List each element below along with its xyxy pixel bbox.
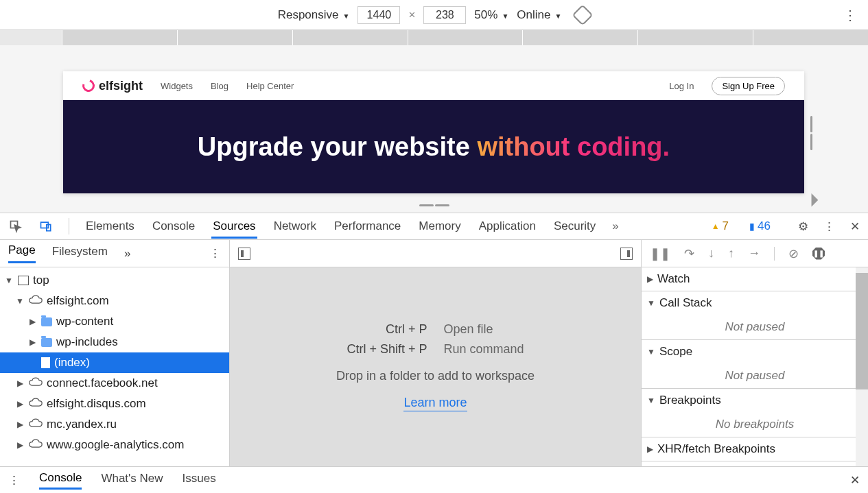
resize-handle-right[interactable] (810, 114, 816, 152)
step-over-icon[interactable]: ↷ (684, 246, 694, 261)
drawer-tab-whatsnew[interactable]: What's New (101, 472, 163, 488)
tab-application[interactable]: Application (478, 214, 537, 239)
tree-domain-facebook[interactable]: ▶connect.facebook.net (0, 373, 229, 394)
shortcut-open-file-key: Ctrl + P (304, 322, 427, 337)
throttle-select[interactable]: Online (517, 8, 561, 22)
signup-button[interactable]: Sign Up Free (712, 77, 785, 95)
nav-widgets[interactable]: Widgets (161, 81, 193, 91)
step-icon[interactable]: → (748, 246, 760, 261)
document-icon (41, 357, 50, 368)
learn-more-link[interactable]: Learn more (403, 396, 467, 411)
nav-menu-icon[interactable]: ⋮ (209, 246, 221, 261)
cloud-icon (29, 294, 43, 308)
hero-section: Upgrade your website without coding. (63, 100, 804, 193)
device-toggle-icon[interactable] (38, 219, 54, 234)
pane-watch[interactable]: ▶Watch (642, 267, 868, 291)
page-preview[interactable]: elfsight Widgets Blog Help Center Log In… (63, 71, 804, 193)
device-menu-icon[interactable]: ⋮ (843, 7, 857, 23)
rotate-icon[interactable] (572, 4, 594, 25)
tree-top-frame[interactable]: ▼top (0, 270, 229, 291)
drop-hint: Drop in a folder to add to workspace (336, 369, 535, 383)
frame-icon (18, 276, 29, 285)
tab-sources[interactable]: Sources (211, 214, 257, 239)
tab-memory[interactable]: Memory (417, 214, 462, 239)
rendered-viewport: elfsight Widgets Blog Help Center Log In… (0, 45, 868, 213)
folder-icon (41, 338, 52, 347)
nav-tab-page[interactable]: Page (8, 243, 36, 263)
resize-handle-bottom[interactable] (419, 204, 449, 208)
device-toolbar: Responsive × 50% Online ⋮ (0, 0, 868, 30)
editor-panel: Ctrl + P Open file Ctrl + Shift + P Run … (230, 240, 642, 466)
scope-empty: Not paused (642, 363, 868, 388)
nav-help[interactable]: Help Center (246, 81, 294, 91)
close-devtools-icon[interactable]: ✕ (850, 219, 860, 234)
tab-console[interactable]: Console (151, 214, 196, 239)
resize-handle-corner[interactable]: ◢ (802, 191, 819, 208)
pause-icon[interactable]: ❚❚ (650, 246, 670, 261)
cloud-icon (29, 397, 43, 411)
pane-xhr-breakpoints[interactable]: ▶XHR/fetch Breakpoints (642, 437, 868, 461)
logo-text: elfsight (99, 79, 143, 93)
tree-domain-ga[interactable]: ▶www.google-analytics.com (0, 435, 229, 455)
login-link[interactable]: Log In (669, 81, 694, 91)
toggle-debugger-icon[interactable] (620, 248, 633, 260)
pause-on-exceptions-icon[interactable]: ❚❚ (812, 248, 825, 260)
tree-domain-elfsight[interactable]: ▼elfsight.com (0, 291, 229, 311)
warnings-badge[interactable]: 7 (712, 219, 729, 233)
tree-file-index[interactable]: ▶(index) (0, 352, 229, 373)
tab-security[interactable]: Security (552, 214, 597, 239)
debugger-panel: ❚❚ ↷ ↓ ↑ → ⊘ ❚❚ ▶Watch ▼Call Stack Not p… (642, 240, 868, 466)
sources-navigator: Page Filesystem » ⋮ ▼top ▼elfsight.com ▶… (0, 240, 230, 466)
breakpoints-empty: No breakpoints (642, 412, 868, 437)
drawer: ⋮ Console What's New Issues ✕ (0, 467, 868, 493)
toggle-navigator-icon[interactable] (238, 248, 250, 260)
ruler (0, 30, 868, 45)
devtools-tabbar: Elements Console Sources Network Perform… (0, 213, 868, 240)
viewport-height-input[interactable] (423, 6, 466, 24)
scrollbar-thumb[interactable] (856, 273, 868, 389)
tab-elements[interactable]: Elements (84, 214, 136, 239)
pane-scope[interactable]: ▼Scope Not paused (642, 340, 868, 389)
settings-icon[interactable]: ⚙ (798, 219, 808, 234)
tree-folder-wpincludes[interactable]: ▶wp-includes (0, 332, 229, 352)
scrollbar[interactable] (856, 267, 868, 466)
drawer-close-icon[interactable]: ✕ (850, 473, 860, 488)
info-badge[interactable]: 46 (749, 219, 771, 233)
site-logo[interactable]: elfsight (82, 79, 143, 93)
tree-domain-disqus[interactable]: ▶elfsight.disqus.com (0, 394, 229, 414)
logo-icon (80, 77, 97, 95)
pane-breakpoints[interactable]: ▼Breakpoints No breakpoints (642, 389, 868, 437)
tab-network[interactable]: Network (272, 214, 318, 239)
zoom-select[interactable]: 50% (474, 8, 508, 22)
drawer-tab-issues[interactable]: Issues (183, 472, 216, 488)
cloud-icon (29, 418, 43, 431)
file-tree: ▼top ▼elfsight.com ▶wp-content ▶wp-inclu… (0, 267, 229, 466)
viewport-width-input[interactable] (357, 6, 400, 24)
shortcut-open-file-label: Open file (444, 322, 567, 337)
folder-icon (41, 317, 52, 326)
nav-tab-filesystem[interactable]: Filesystem (52, 245, 108, 263)
page-header: elfsight Widgets Blog Help Center Log In… (63, 71, 804, 100)
tab-performance[interactable]: Performance (333, 214, 402, 239)
pane-callstack[interactable]: ▼Call Stack Not paused (642, 291, 868, 340)
drawer-menu-icon[interactable]: ⋮ (8, 473, 20, 488)
more-tabs-icon[interactable]: » (612, 219, 618, 233)
step-out-icon[interactable]: ↑ (728, 246, 734, 261)
cloud-icon (29, 438, 43, 452)
dimension-separator: × (408, 8, 415, 22)
shortcut-run-cmd-key: Ctrl + Shift + P (304, 342, 427, 357)
drawer-tab-console[interactable]: Console (39, 471, 82, 490)
tree-folder-wpcontent[interactable]: ▶wp-content (0, 311, 229, 332)
step-into-icon[interactable]: ↓ (708, 246, 714, 261)
more-nav-tabs-icon[interactable]: » (124, 247, 130, 261)
cloud-icon (29, 376, 43, 390)
hero-headline: Upgrade your website without coding. (198, 132, 670, 162)
inspect-icon[interactable] (8, 219, 23, 234)
devtools-menu-icon[interactable]: ⋮ (823, 219, 835, 234)
shortcut-run-cmd-label: Run command (444, 342, 567, 357)
nav-blog[interactable]: Blog (211, 81, 228, 91)
callstack-empty: Not paused (642, 315, 868, 339)
device-mode-select[interactable]: Responsive (278, 8, 350, 22)
tree-domain-yandex[interactable]: ▶mc.yandex.ru (0, 414, 229, 435)
deactivate-breakpoints-icon[interactable]: ⊘ (788, 246, 799, 261)
